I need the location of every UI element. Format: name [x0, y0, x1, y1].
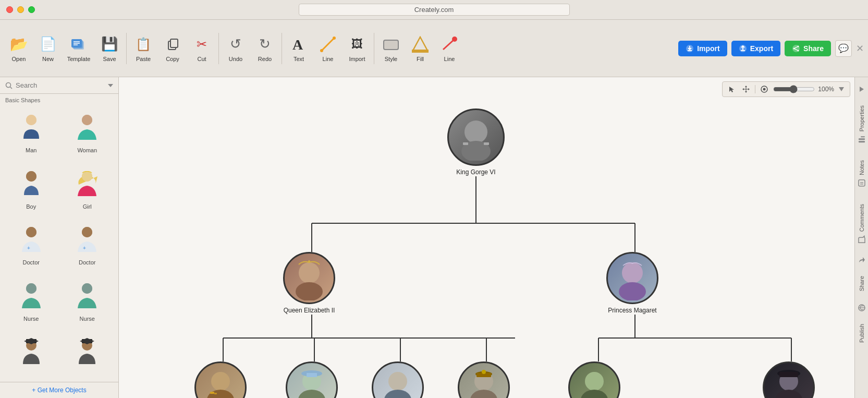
svg-rect-83: [214, 393, 217, 394]
king-photo-svg: [453, 114, 499, 161]
minimize-button[interactable]: [17, 6, 24, 13]
redo-label: Redo: [258, 56, 272, 62]
node-david[interactable]: David Viscount Linley: [568, 361, 620, 398]
svg-point-47: [82, 283, 92, 294]
boy-label: Boy: [26, 203, 36, 210]
share-icon: [792, 44, 800, 53]
share-tab-icon-svg: [858, 256, 866, 264]
paste-button[interactable]: 📋 Paste: [129, 25, 158, 72]
cut-label: Cut: [197, 56, 206, 62]
andrew-photo: [372, 361, 424, 398]
svg-marker-53: [80, 338, 94, 344]
node-andrew[interactable]: Andrew Duke of York: [372, 361, 424, 398]
svg-point-89: [384, 390, 411, 399]
publish-tab[interactable]: Publish: [857, 316, 867, 351]
svg-rect-82: [210, 392, 214, 394]
share-tab[interactable]: Share: [857, 268, 867, 299]
paste-icon: 📋: [134, 35, 153, 54]
node-margaret[interactable]: Princess Magaret: [606, 252, 658, 315]
comments-tab[interactable]: Comments: [855, 196, 868, 252]
properties-tab[interactable]: Properties: [855, 97, 868, 152]
open-button[interactable]: 📂 Open: [4, 25, 33, 72]
comments-label: Comments: [859, 204, 865, 232]
close-window-button[interactable]: ✕: [856, 43, 864, 54]
import-label: Import: [697, 44, 720, 53]
svg-point-77: [308, 260, 310, 262]
right-panel-arrow[interactable]: [856, 83, 867, 95]
line-button[interactable]: Line: [313, 25, 343, 72]
svg-rect-87: [307, 373, 317, 377]
import-button[interactable]: Import: [678, 41, 727, 56]
share-button[interactable]: Share: [785, 41, 831, 56]
anne-photo-svg: [290, 366, 334, 399]
style-label: Style: [385, 56, 397, 62]
import-image-icon: 🖼: [348, 35, 366, 54]
node-king[interactable]: King Gorge VI: [447, 108, 505, 177]
shape-graduate-m[interactable]: [4, 332, 58, 380]
toolbar-separator-1: [126, 33, 127, 64]
shape-graduate-f[interactable]: [60, 332, 115, 380]
export-label: Export: [750, 44, 773, 53]
notes-tab[interactable]: Notes: [855, 152, 868, 196]
charles-photo: [194, 361, 247, 398]
share-tab-icon[interactable]: [856, 254, 867, 266]
linestyle-icon: [440, 35, 459, 54]
fill-button[interactable]: Fill: [406, 25, 435, 72]
node-edward[interactable]: Edward Earl of Wessex: [458, 361, 510, 398]
copy-icon: [163, 35, 182, 54]
maximize-button[interactable]: [28, 6, 35, 13]
pointer-tool[interactable]: [727, 84, 737, 94]
template-button[interactable]: Template: [63, 25, 95, 72]
search-icon: [5, 82, 13, 89]
canvas-area[interactable]: 100%: [119, 77, 854, 398]
copy-button[interactable]: Copy: [158, 25, 187, 72]
svg-rect-14: [412, 50, 429, 53]
man-icon: [15, 112, 48, 145]
zoom-dropdown[interactable]: [837, 86, 846, 93]
move-tool[interactable]: [740, 83, 752, 95]
queen-photo-svg: [287, 256, 332, 300]
svg-point-98: [775, 390, 802, 399]
svg-point-78: [622, 262, 643, 283]
import-image-label: Import: [349, 56, 365, 62]
shape-girl[interactable]: Girl: [60, 164, 115, 218]
nurse-m-icon: [15, 280, 48, 313]
url-bar[interactable]: Creately.com: [299, 4, 570, 16]
text-button[interactable]: A Text: [284, 25, 313, 72]
shape-boy[interactable]: Boy: [4, 164, 58, 218]
shape-nurse-m[interactable]: Nurse: [4, 276, 58, 330]
svg-rect-7: [170, 39, 178, 47]
export-button[interactable]: Export: [731, 41, 780, 56]
new-button[interactable]: 📄 New: [33, 25, 63, 72]
shape-woman[interactable]: Woman: [60, 107, 115, 162]
shape-man[interactable]: Man: [4, 107, 58, 162]
node-sara[interactable]: Lady Sara Chatto: [763, 361, 815, 398]
sidebar: Basic Shapes Man: [0, 77, 119, 398]
shape-nurse-f[interactable]: Nurse: [60, 276, 115, 330]
publish-tab-icon[interactable]: [856, 302, 867, 313]
cut-button[interactable]: ✂ Cut: [187, 25, 216, 72]
style-button[interactable]: Style: [376, 25, 406, 72]
import-image-button[interactable]: 🖼 Import: [343, 25, 372, 72]
undo-button[interactable]: ↺ Undo: [221, 25, 250, 72]
save-button[interactable]: 💾 Save: [95, 25, 124, 72]
get-more-objects[interactable]: + Get More Objects: [0, 382, 118, 398]
message-icon: 💬: [838, 43, 849, 53]
node-charles[interactable]: Charles Prince of Wales: [194, 361, 247, 398]
close-button[interactable]: [6, 6, 13, 13]
search-input[interactable]: [16, 81, 105, 89]
zoom-display: 100%: [818, 86, 834, 93]
shape-doctor-f[interactable]: + Doctor: [60, 220, 115, 274]
shape-doctor-m[interactable]: + Doctor: [4, 220, 58, 274]
girl-label: Girl: [83, 203, 92, 210]
node-anne[interactable]: Princess Anne: [286, 361, 338, 398]
message-button[interactable]: 💬: [835, 40, 852, 57]
linestyle-button[interactable]: Line: [435, 25, 464, 72]
toolbar-separator-4: [374, 33, 374, 64]
zoom-target-tool[interactable]: [759, 83, 770, 95]
svg-point-76: [296, 282, 323, 300]
fill-icon: [411, 35, 430, 54]
redo-button[interactable]: ↻ Redo: [250, 25, 279, 72]
zoom-slider[interactable]: [773, 85, 815, 93]
node-queen[interactable]: Queen Elizabeth II: [283, 252, 335, 315]
